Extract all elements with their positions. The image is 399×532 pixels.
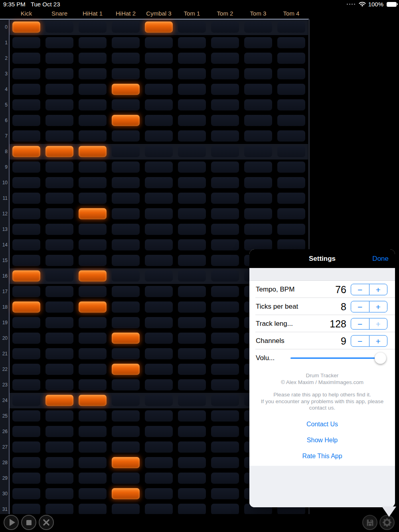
grid-cell-r15-c0[interactable]: [12, 255, 40, 266]
grid-cell-r1-c5[interactable]: [178, 37, 206, 48]
grid-cell-r29-c4[interactable]: [145, 473, 173, 484]
grid-cell-r16-c4[interactable]: [145, 270, 173, 282]
grid-cell-r17-c0[interactable]: [12, 286, 40, 297]
grid-cell-r11-c7[interactable]: [244, 193, 272, 204]
grid-cell-r23-c4[interactable]: [145, 379, 173, 390]
grid-cell-r25-c4[interactable]: [145, 410, 173, 422]
grid-cell-r12-c7[interactable]: [244, 208, 272, 219]
grid-cell-r23-c3[interactable]: [112, 379, 140, 390]
grid-cell-r13-c7[interactable]: [244, 224, 272, 235]
grid-cell-r3-c7[interactable]: [244, 68, 272, 79]
grid-cell-r24-c2[interactable]: [79, 395, 107, 406]
grid-cell-r15-c2[interactable]: [79, 255, 107, 266]
grid-cell-r31-c4[interactable]: [145, 504, 173, 514]
grid-cell-r25-c3[interactable]: [112, 410, 140, 422]
grid-cell-r4-c2[interactable]: [79, 84, 107, 95]
grid-cell-r14-c5[interactable]: [178, 239, 206, 250]
grid-cell-r28-c1[interactable]: [45, 457, 73, 468]
grid-cell-r29-c5[interactable]: [178, 473, 206, 484]
grid-cell-r13-c1[interactable]: [45, 224, 73, 235]
grid-cell-r2-c3[interactable]: [112, 53, 140, 64]
grid-cell-r26-c4[interactable]: [145, 426, 173, 437]
grid-cell-r13-c4[interactable]: [145, 224, 173, 235]
grid-cell-r10-c1[interactable]: [45, 177, 73, 188]
rate-this-app-link[interactable]: Rate This App: [249, 453, 395, 460]
grid-cell-r18-c2[interactable]: [79, 301, 107, 313]
grid-cell-r20-c2[interactable]: [79, 333, 107, 344]
grid-cell-r13-c0[interactable]: [12, 224, 40, 235]
grid-cell-r22-c0[interactable]: [12, 364, 40, 375]
grid-cell-r28-c6[interactable]: [211, 457, 239, 468]
grid-cell-r13-c2[interactable]: [79, 224, 107, 235]
grid-cell-r17-c4[interactable]: [145, 286, 173, 297]
grid-cell-r12-c0[interactable]: [12, 208, 40, 219]
grid-cell-r0-c7[interactable]: [244, 22, 272, 33]
grid-cell-r31-c6[interactable]: [211, 504, 239, 514]
grid-cell-r2-c2[interactable]: [79, 53, 107, 64]
grid-cell-r5-c3[interactable]: [112, 99, 140, 110]
grid-cell-r31-c5[interactable]: [178, 504, 206, 514]
grid-cell-r1-c6[interactable]: [211, 37, 239, 48]
grid-cell-r20-c0[interactable]: [12, 333, 40, 344]
grid-cell-r7-c7[interactable]: [244, 130, 272, 142]
grid-cell-r14-c2[interactable]: [79, 239, 107, 250]
grid-cell-r11-c1[interactable]: [45, 193, 73, 204]
grid-cell-r0-c8[interactable]: [277, 22, 305, 33]
grid-cell-r1-c4[interactable]: [145, 37, 173, 48]
grid-cell-r26-c3[interactable]: [112, 426, 140, 437]
grid-cell-r4-c5[interactable]: [178, 84, 206, 95]
grid-cell-r27-c6[interactable]: [211, 441, 239, 453]
grid-cell-r3-c1[interactable]: [45, 68, 73, 79]
grid-cell-r18-c5[interactable]: [178, 301, 206, 313]
grid-cell-r4-c7[interactable]: [244, 84, 272, 95]
grid-cell-r7-c2[interactable]: [79, 130, 107, 142]
grid-cell-r12-c3[interactable]: [112, 208, 140, 219]
grid-cell-r29-c0[interactable]: [12, 473, 40, 484]
grid-cell-r19-c3[interactable]: [112, 317, 140, 328]
grid-cell-r19-c0[interactable]: [12, 317, 40, 328]
grid-cell-r18-c3[interactable]: [112, 301, 140, 313]
grid-cell-r7-c1[interactable]: [45, 130, 73, 142]
grid-cell-r7-c0[interactable]: [12, 130, 40, 142]
grid-cell-r15-c3[interactable]: [112, 255, 140, 266]
play-button[interactable]: [4, 515, 19, 530]
grid-cell-r10-c7[interactable]: [244, 177, 272, 188]
grid-cell-r18-c0[interactable]: [12, 301, 40, 313]
grid-cell-r0-c4[interactable]: [145, 22, 173, 33]
grid-cell-r28-c2[interactable]: [79, 457, 107, 468]
grid-cell-r16-c2[interactable]: [79, 270, 107, 282]
grid-cell-r6-c2[interactable]: [79, 115, 107, 126]
grid-cell-r8-c0[interactable]: [12, 146, 40, 157]
grid-cell-r12-c8[interactable]: [277, 208, 305, 219]
grid-cell-r6-c3[interactable]: [112, 115, 140, 126]
grid-cell-r24-c0[interactable]: [12, 395, 40, 406]
grid-cell-r0-c3[interactable]: [112, 22, 140, 33]
grid-cell-r8-c2[interactable]: [79, 146, 107, 157]
grid-cell-r15-c6[interactable]: [211, 255, 239, 266]
grid-cell-r19-c6[interactable]: [211, 317, 239, 328]
grid-cell-r4-c4[interactable]: [145, 84, 173, 95]
grid-cell-r23-c0[interactable]: [12, 379, 40, 390]
grid-cell-r13-c6[interactable]: [211, 224, 239, 235]
grid-cell-r22-c2[interactable]: [79, 364, 107, 375]
grid-cell-r20-c6[interactable]: [211, 333, 239, 344]
grid-cell-r0-c0[interactable]: [12, 22, 40, 33]
grid-cell-r22-c3[interactable]: [112, 364, 140, 375]
grid-cell-r2-c8[interactable]: [277, 53, 305, 64]
grid-cell-r30-c0[interactable]: [12, 488, 40, 499]
grid-cell-r13-c5[interactable]: [178, 224, 206, 235]
grid-cell-r26-c6[interactable]: [211, 426, 239, 437]
grid-cell-r29-c2[interactable]: [79, 473, 107, 484]
grid-cell-r22-c6[interactable]: [211, 364, 239, 375]
grid-cell-r6-c4[interactable]: [145, 115, 173, 126]
grid-cell-r7-c8[interactable]: [277, 130, 305, 142]
grid-cell-r8-c6[interactable]: [211, 146, 239, 157]
grid-cell-r19-c4[interactable]: [145, 317, 173, 328]
grid-cell-r5-c7[interactable]: [244, 99, 272, 110]
grid-cell-r17-c2[interactable]: [79, 286, 107, 297]
grid-cell-r9-c5[interactable]: [178, 162, 206, 173]
grid-cell-r1-c7[interactable]: [244, 37, 272, 48]
grid-cell-r3-c4[interactable]: [145, 68, 173, 79]
grid-cell-r12-c4[interactable]: [145, 208, 173, 219]
grid-cell-r31-c1[interactable]: [45, 504, 73, 514]
